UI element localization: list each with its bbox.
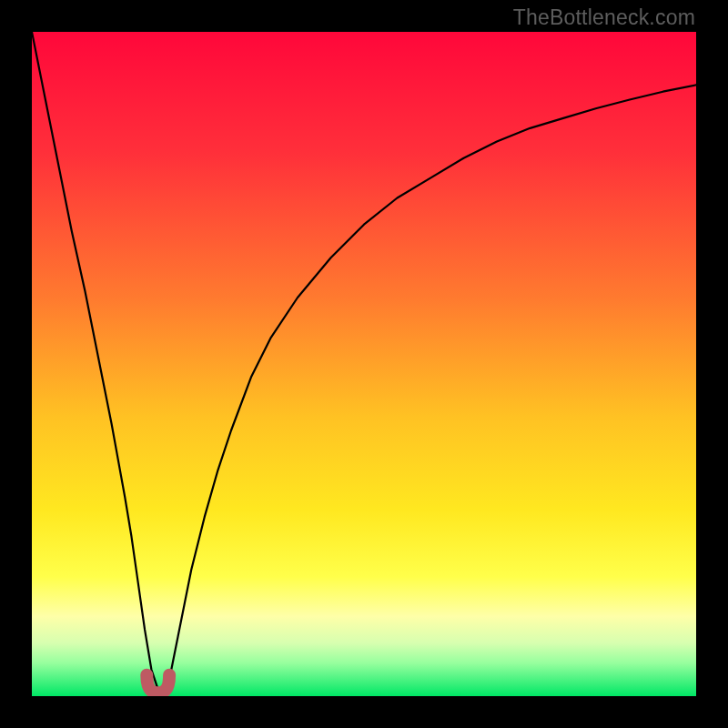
plot-area [32, 32, 696, 696]
minimum-marker [32, 32, 696, 696]
watermark-text: TheBottleneck.com [513, 5, 695, 30]
chart-frame: TheBottleneck.com [0, 0, 728, 728]
